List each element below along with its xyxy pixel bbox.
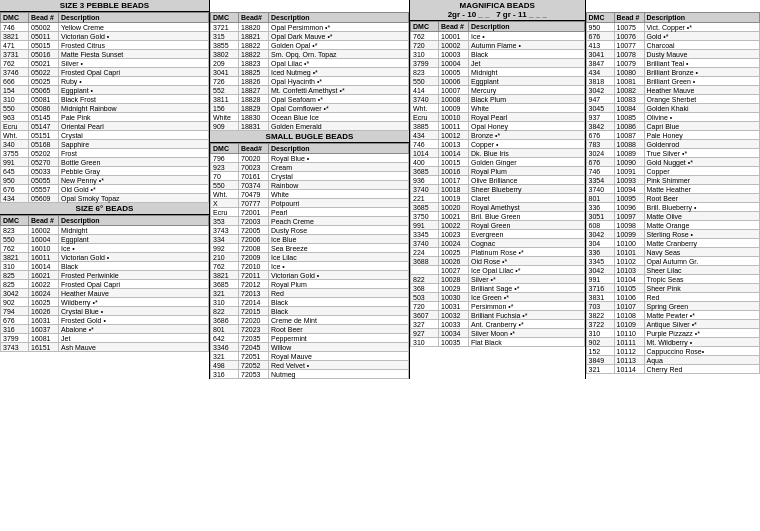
table-row: 304210103Sheer Lilac	[586, 266, 760, 275]
table-cell: Crystal	[59, 131, 209, 140]
table-cell: 801	[211, 325, 239, 334]
table-cell: Ant. Cranberry •*	[469, 320, 585, 329]
table-cell: 10007	[439, 86, 469, 95]
table-row: 49872052Red Velvet •	[211, 361, 409, 370]
dmc-right-table: DMC Bead # Description 95010075Vict. Cop…	[586, 12, 761, 374]
table-cell: Bronze •*	[469, 131, 585, 140]
table-cell: Crystal	[269, 172, 409, 181]
table-cell: 10027	[439, 266, 469, 275]
table-row: 74610013Copper •	[411, 140, 585, 149]
table-cell: Oriental Pearl	[59, 122, 209, 131]
table-row: 40010015Golden Ginger	[411, 158, 585, 167]
table-cell: 310	[1, 262, 29, 271]
table-cell: 3345	[586, 257, 614, 266]
table-cell: 10109	[614, 320, 644, 329]
table-row: 20918823Opal Lilac •*	[211, 59, 409, 68]
table-row: 76272010Ice •	[211, 262, 409, 271]
table-cell: Copper •	[469, 140, 585, 149]
table-cell: 16081	[29, 334, 59, 343]
table-cell: Royal Blue •	[269, 154, 409, 163]
table-cell: Cream	[269, 163, 409, 172]
table-row: 99110022Royal Green	[411, 221, 585, 230]
table-cell: 16021	[29, 271, 59, 280]
left-panel: SIZE 3 PEBBLE BEADS DMC Bead # Descripti…	[0, 0, 210, 379]
table-cell: Spring Green	[644, 302, 760, 311]
table-cell: 310	[586, 329, 614, 338]
table-cell: 746	[586, 167, 614, 176]
table-row: 35372003Peach Creme	[211, 217, 409, 226]
table-cell: 316	[211, 370, 239, 379]
table-cell: 927	[411, 329, 439, 338]
table-row: 30410100Matte Cranberry	[586, 239, 760, 248]
table-cell: 3041	[586, 50, 614, 59]
table-row: 384710079Brilliant Teal •	[586, 59, 760, 68]
table-row: 67610090Gold Nugget •*	[586, 158, 760, 167]
table-cell: Midnight	[469, 68, 585, 77]
table-row: 82516022Frosted Opal Capri	[1, 280, 209, 289]
table-cell	[411, 266, 439, 275]
pebble-extra-table: DMC Bead# Description 372118820Opal Pers…	[210, 12, 409, 131]
pebble-beads-table: DMC Bead # Description 74605002Yellow Cr…	[0, 12, 209, 203]
table-cell: 3722	[586, 320, 614, 329]
table-cell: 10006	[439, 77, 469, 86]
table-cell: 434	[586, 68, 614, 77]
table-row: 78310088Goldenrod	[586, 140, 760, 149]
table-cell: 762	[1, 59, 29, 68]
table-cell: 05015	[29, 41, 59, 50]
table-row: 305110097Matte Olive	[586, 212, 760, 221]
table-row: 10027Ice Opal Lilac •*	[411, 266, 585, 275]
table-cell: Golden Khaki	[644, 104, 760, 113]
table-row: 72010002Autumn Flame •	[411, 41, 585, 50]
table-cell: Eggplant	[59, 235, 209, 244]
table-row: 55218827Mt. Confetti Amethyst •*	[211, 86, 409, 95]
table-cell: 72009	[239, 253, 269, 262]
table-cell: 336	[586, 248, 614, 257]
table-row: 93710085Olivine •	[586, 113, 760, 122]
table-row: 90918831Golden Emerald	[211, 122, 409, 131]
table-cell: 676	[586, 32, 614, 41]
table-cell: 3750	[411, 212, 439, 221]
table-row: Ecru05147Oriental Pearl	[1, 122, 209, 131]
table-cell: Old Gold •*	[59, 185, 209, 194]
table-cell: 10111	[614, 338, 644, 347]
table-cell: Opal Hyacinth •*	[269, 77, 409, 86]
col-header-dmc2: DMC	[1, 216, 29, 226]
table-cell: Frosted Periwinkle	[59, 271, 209, 280]
table-row: 31616037Abalone •*	[1, 325, 209, 334]
table-row: 79670020Royal Blue •	[211, 154, 409, 163]
table-cell: 05022	[29, 68, 59, 77]
table-row: 82210028Silver •*	[411, 275, 585, 284]
table-cell: 3042	[586, 266, 614, 275]
table-row: 76205021Silver •	[1, 59, 209, 68]
table-cell: 10024	[439, 239, 469, 248]
table-row: 64272035Peppermint	[211, 334, 409, 343]
table-cell: 3686	[211, 316, 239, 325]
table-row: 374372005Dusty Rose	[211, 226, 409, 235]
table-row: 80110095Root Beer	[586, 194, 760, 203]
table-cell: 05168	[29, 140, 59, 149]
table-cell: New Penny •*	[59, 176, 209, 185]
table-cell: 10105	[614, 284, 644, 293]
table-cell: 10093	[614, 176, 644, 185]
table-cell: 10030	[439, 293, 469, 302]
table-row: Wht.70479White	[211, 190, 409, 199]
col-dr-desc: Description	[644, 13, 760, 23]
table-cell: 10101	[614, 248, 644, 257]
table-cell: 05557	[29, 185, 59, 194]
table-cell: 550	[1, 235, 29, 244]
table-cell: 3799	[411, 59, 439, 68]
col-header-bead2: Bead #	[29, 216, 59, 226]
table-row: Ecru10010Royal Pearl	[411, 113, 585, 122]
table-cell: 16014	[29, 262, 59, 271]
table-cell: Aqua	[644, 356, 760, 365]
table-cell: 310	[411, 50, 439, 59]
table-cell: Pale Pink	[59, 113, 209, 122]
table-row: 31010003Black	[411, 50, 585, 59]
table-cell: 16151	[29, 343, 59, 352]
table-cell: Black	[59, 262, 209, 271]
table-row: 302410089True Silver •*	[586, 149, 760, 158]
table-cell: Black Plum	[469, 95, 585, 104]
col-sb-dmc: DMC	[211, 144, 239, 154]
table-row: 374605022Frosted Opal Capri	[1, 68, 209, 77]
table-row: 32172013Red	[211, 289, 409, 298]
